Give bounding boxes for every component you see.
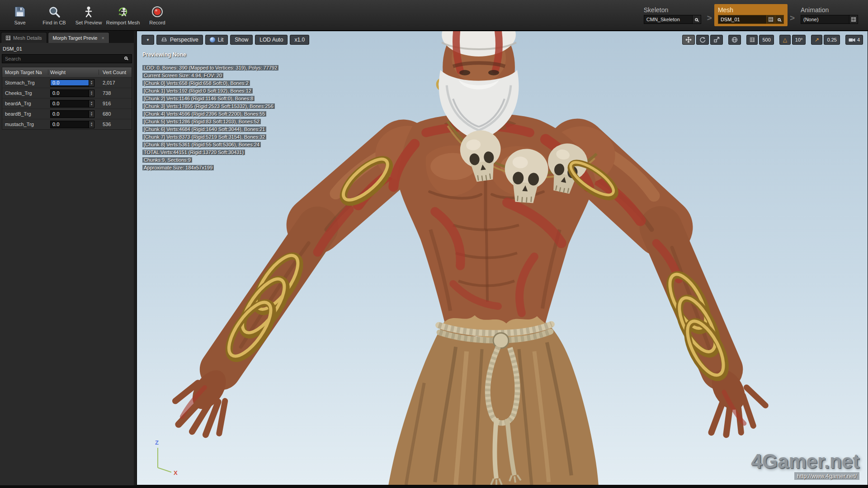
camera-speed-button[interactable]: 4 xyxy=(845,35,863,45)
viewport-options-button[interactable]: ▼ xyxy=(142,35,154,45)
tab-morph-target-previewer-label: Morph Target Previe xyxy=(53,35,98,41)
translate-mode-button[interactable] xyxy=(682,35,695,45)
weight-value[interactable]: 0.0 xyxy=(51,122,89,127)
morph-target-panel: Mesh Details Morph Target Previe × DSM_0… xyxy=(0,31,134,485)
rotate-icon xyxy=(699,37,706,43)
table-header[interactable]: Morph Target Na Weight Vert Count xyxy=(2,67,132,77)
grid-snap-value: 500 xyxy=(762,37,770,42)
skeleton-browse-button[interactable] xyxy=(693,15,701,24)
grid-snap-value-button[interactable]: 500 xyxy=(759,35,774,45)
mesh-browse-button[interactable] xyxy=(775,15,784,24)
previewing-label: Previewing None xyxy=(142,51,278,59)
stat-line: [Chunk 1] Verts:192 (Rigid:0 Soft:192), … xyxy=(142,87,278,95)
show-button[interactable]: Show xyxy=(230,35,253,45)
animation-asset-picker[interactable]: (None) xyxy=(801,15,849,24)
tab-morph-target-previewer[interactable]: Morph Target Previe × xyxy=(48,32,109,43)
perspective-label: Perspective xyxy=(170,37,198,43)
weight-spinbox[interactable]: 0.0 ▴▾ xyxy=(50,89,94,97)
playback-speed-label: x1.0 xyxy=(294,37,305,43)
header-weight[interactable]: Weight xyxy=(48,70,99,75)
weight-spinbox[interactable]: 0.0 ▴▾ xyxy=(50,110,94,118)
vert-count: 536 xyxy=(99,122,132,127)
spinner-arrows[interactable]: ▴▾ xyxy=(89,80,94,86)
morph-row-1[interactable]: Cheeks_Trg 0.0 ▴▾ 738 xyxy=(2,88,132,98)
lit-mode-button[interactable]: Lit xyxy=(205,35,228,45)
mesh-asset-picker[interactable]: DSM_01 xyxy=(718,15,767,24)
morph-name: beardA_Trg xyxy=(2,101,48,106)
record-button[interactable]: Record xyxy=(140,0,175,30)
animation-grid-button[interactable] xyxy=(849,15,858,24)
search-icon xyxy=(695,18,698,21)
morph-row-4[interactable]: mustach_Trg 0.0 ▴▾ 536 xyxy=(2,119,132,129)
breadcrumb-mesh[interactable]: Mesh DSM_01 xyxy=(714,4,788,26)
pants xyxy=(388,315,598,485)
show-label: Show xyxy=(235,37,248,43)
camera-icon xyxy=(849,38,855,42)
spinner-down-icon[interactable]: ▾ xyxy=(91,93,92,95)
spinner-arrows[interactable]: ▴▾ xyxy=(89,100,94,107)
weight-spinbox[interactable]: 0.0 ▴▾ xyxy=(50,121,94,128)
viewport-stats: Previewing None LOD: 0, Bones: 390 (Mapp… xyxy=(142,51,278,172)
stat-line: [Chunk 7] Verts:8373 (Rigid:5219 Soft:31… xyxy=(142,133,278,141)
weight-value[interactable]: 0.0 xyxy=(51,90,89,96)
vert-count: 2,017 xyxy=(99,80,132,85)
breadcrumb-animation[interactable]: Animation (None) xyxy=(797,4,862,26)
header-vert-count[interactable]: Vert Count xyxy=(99,70,132,75)
chevron-right-icon: > xyxy=(789,8,795,23)
angle-snap-button[interactable]: △ xyxy=(779,35,791,45)
watermark-url: http://www.4gamer.net/ xyxy=(751,473,859,479)
spinner-down-icon[interactable]: ▾ xyxy=(91,114,92,116)
spinner-down-icon[interactable]: ▾ xyxy=(91,83,92,85)
search-input[interactable] xyxy=(2,54,132,63)
weight-spinbox[interactable]: 0.0 ▴▾ xyxy=(50,79,94,87)
panel-body: DSM_01 Morph Target Na Weight Vert Count… xyxy=(0,43,134,132)
rotate-mode-button[interactable] xyxy=(696,35,709,45)
grid-snap-icon xyxy=(750,38,755,42)
morph-row-0[interactable]: Stomach_Trg 0.0 ▴▾ 2,017 xyxy=(2,77,132,88)
viewport-toolbar: ▼ Perspective Lit Show LOD Auto xyxy=(142,35,309,45)
find-in-cb-button[interactable]: Find in CB xyxy=(37,0,71,30)
scale-snap-value: 0.25 xyxy=(827,37,836,42)
spinner-arrows[interactable]: ▴▾ xyxy=(89,111,94,117)
set-preview-button[interactable]: Set Preview xyxy=(71,0,106,30)
scale-mode-button[interactable] xyxy=(710,35,723,45)
weight-value[interactable]: 0.0 xyxy=(51,111,89,117)
spinner-down-icon[interactable]: ▾ xyxy=(91,124,92,127)
weight-value[interactable]: 0.0 xyxy=(51,101,89,106)
morph-name: mustach_Trg xyxy=(2,122,48,127)
weight-spinbox[interactable]: 0.0 ▴▾ xyxy=(50,100,94,108)
angle-snap-icon: △ xyxy=(783,37,787,43)
spinner-down-icon[interactable]: ▾ xyxy=(91,103,92,106)
grid-icon xyxy=(851,17,856,22)
lod-auto-label: LOD Auto xyxy=(259,37,283,43)
skeleton-asset-picker[interactable]: CMN_Skeleton xyxy=(644,15,693,24)
playback-speed-button[interactable]: x1.0 xyxy=(290,35,309,45)
morph-row-3[interactable]: beardB_Trg 0.0 ▴▾ 680 xyxy=(2,108,132,119)
tab-mesh-details-label: Mesh Details xyxy=(13,35,42,41)
stat-line: [Chunk 2] Verts:1146 (Rigid:1146 Soft:0)… xyxy=(142,95,278,103)
spinner-arrows[interactable]: ▴▾ xyxy=(89,90,94,97)
world-coordinate-button[interactable] xyxy=(728,35,741,45)
weight-value[interactable]: 0.0 xyxy=(51,80,89,85)
grid-snap-button[interactable] xyxy=(746,35,758,45)
header-morph-target-name[interactable]: Morph Target Na xyxy=(2,70,48,75)
viewport[interactable]: ▼ Perspective Lit Show LOD Auto xyxy=(137,31,868,485)
close-tab-icon[interactable]: × xyxy=(101,35,104,41)
tab-mesh-details[interactable]: Mesh Details xyxy=(1,32,47,43)
scale-snap-value-button[interactable]: 0.25 xyxy=(824,35,840,45)
stat-line: [Chunk 6] Verts:4684 (Rigid:1640 Soft:30… xyxy=(142,126,278,133)
scale-snap-icon: ↗ xyxy=(815,37,819,43)
stat-line: Current Screen Size: 4.94, FOV: 20 xyxy=(142,72,278,80)
lod-auto-button[interactable]: LOD Auto xyxy=(255,35,288,45)
scale-snap-button[interactable]: ↗ xyxy=(811,35,822,45)
save-button[interactable]: Save xyxy=(3,0,37,30)
panel-tab-bar: Mesh Details Morph Target Previe × xyxy=(0,31,134,43)
stat-line: TOTAL Verts:44151 (Rigid:13720 Soft:3043… xyxy=(142,149,278,156)
perspective-button[interactable]: Perspective xyxy=(156,35,203,45)
angle-snap-value-button[interactable]: 10° xyxy=(792,35,806,45)
mesh-grid-button[interactable] xyxy=(767,15,775,24)
reimport-mesh-button[interactable]: Reimport Mesh xyxy=(106,0,140,30)
breadcrumb-skeleton[interactable]: Skeleton CMN_Skeleton xyxy=(640,4,705,26)
morph-row-2[interactable]: beardA_Trg 0.0 ▴▾ 916 xyxy=(2,98,132,108)
spinner-arrows[interactable]: ▴▾ xyxy=(89,121,94,128)
